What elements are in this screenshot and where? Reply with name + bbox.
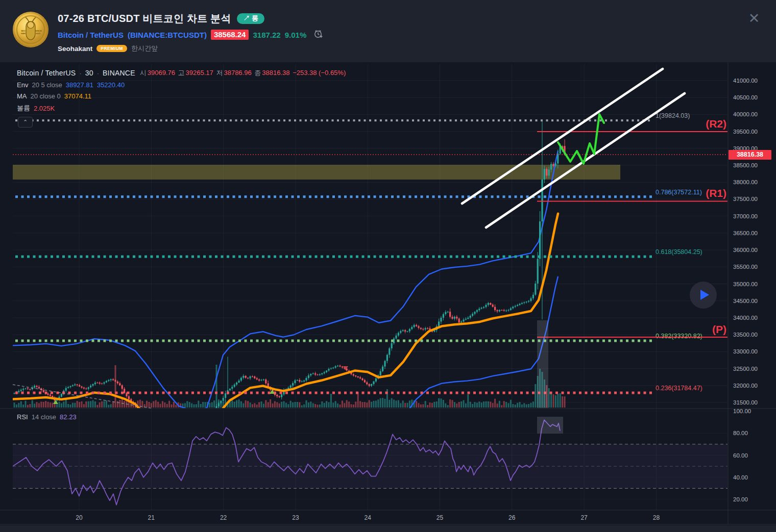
- play-button[interactable]: [690, 282, 717, 309]
- tradingview-idea-page: SEO HAK SINCE 2021 07-26 BTC/USDT 비트코인 차…: [0, 0, 776, 532]
- price-axis-label: 35500.00: [733, 264, 758, 270]
- change-percent: 9.01%: [285, 31, 307, 39]
- legend-separator: ·: [97, 69, 99, 77]
- price-axis-label: 36500.00: [733, 230, 758, 236]
- rsi-value: 82.23: [60, 413, 77, 421]
- time-axis[interactable]: 202122232425262728: [76, 514, 660, 521]
- exchange-symbol-link[interactable]: (BINANCE:BTCUSDT): [128, 31, 207, 39]
- price-axis-label: 35000.00: [733, 281, 758, 287]
- price-axis-label: 37500.00: [733, 196, 758, 202]
- price-axis-label: 40500.00: [733, 94, 758, 100]
- long-direction-badge: ↗ 롱: [237, 13, 264, 24]
- rsi-indicator-params: 14 close: [32, 413, 56, 421]
- current-price-axis-badge: 38816.38: [729, 150, 771, 160]
- fib-level-label: 0.618(35804.25): [656, 248, 702, 256]
- main-legend: Bitcoin / TetherUS · 30 · BINANCE 시39069…: [17, 68, 346, 116]
- volume-bars: [14, 365, 566, 408]
- volume-spike-highlight-box[interactable]: [537, 320, 548, 408]
- author-name[interactable]: Seohakant: [58, 45, 92, 53]
- premium-badge: PREMIUM: [96, 45, 127, 52]
- rsi-axis-label: 20.00: [733, 496, 748, 502]
- buy-marker-icon: [53, 400, 58, 404]
- legend-volume-row[interactable]: 볼륨 2.025K: [17, 104, 346, 113]
- fib-level-label: 1(39824.03): [656, 112, 690, 119]
- legend-env-row[interactable]: Env 20 5 close 38927.81 35220.40: [17, 81, 346, 89]
- pivot-label: (R1): [706, 187, 726, 199]
- rsi-axis-label: 100.00: [733, 408, 751, 414]
- page-title: 07-26 BTC/USDT 비트코인 차트 분석: [58, 12, 231, 26]
- volume-value: 2.025K: [34, 105, 55, 112]
- change-absolute: 3187.22: [253, 31, 280, 39]
- ma-indicator-line: [13, 214, 558, 462]
- projection-zigzag-arrow[interactable]: [558, 114, 604, 164]
- price-axis-label: 36000.00: [733, 247, 758, 253]
- pivot-label: (P): [712, 323, 726, 335]
- rsi-legend: RSI 14 close 82.23: [17, 413, 77, 424]
- ma-value: 37074.11: [64, 92, 91, 100]
- ma-indicator-params: 20 close 0: [31, 92, 61, 100]
- time-axis-label: 20: [76, 514, 83, 521]
- price-axis-label: 31500.00: [733, 399, 758, 406]
- price-axis-label: 39500.00: [733, 129, 758, 135]
- price-axis-label: 32500.00: [733, 366, 758, 372]
- svg-text:HAK: HAK: [21, 32, 26, 35]
- time-axis-label: 25: [436, 514, 444, 521]
- fib-level-label: 0.236(31784.47): [656, 385, 702, 392]
- ma-indicator-name: MA: [17, 92, 27, 100]
- time-axis-label: 28: [653, 514, 660, 521]
- pivot-label: (R2): [706, 118, 726, 130]
- rsi-axis-label: 40.00: [733, 474, 748, 480]
- price-axis-label: 34500.00: [733, 298, 758, 304]
- time-axis-label: 22: [220, 514, 227, 521]
- svg-text:2021: 2021: [36, 32, 41, 35]
- price-axis-label: 34000.00: [733, 315, 758, 321]
- price-axis-label: 33000.00: [733, 348, 758, 354]
- price-axis-label: 40000.00: [733, 111, 758, 117]
- header: SEO HAK SINCE 2021 07-26 BTC/USDT 비트코인 차…: [0, 0, 776, 62]
- legend-interval: 30: [85, 69, 93, 77]
- fib-level-label: 0.786(37572.11): [656, 189, 702, 196]
- price-axis[interactable]: 41000.0040500.0040000.0039500.0039000.00…: [733, 78, 758, 502]
- env-upper-value: 38927.81: [66, 81, 93, 89]
- price-axis-label: 37000.00: [733, 213, 758, 219]
- legend-exchange: BINANCE: [103, 69, 135, 77]
- price-axis-label: 32000.00: [733, 383, 758, 389]
- volume-indicator-name: 볼륨: [17, 104, 30, 113]
- rsi-axis-label: 60.00: [733, 452, 748, 459]
- price-axis-label: 38000.00: [733, 179, 758, 185]
- env-lower-value: 35220.40: [97, 81, 125, 89]
- alarm-clock-add-icon[interactable]: [313, 29, 323, 41]
- profile-avatar-coin[interactable]: SEO HAK SINCE 2021: [12, 11, 49, 48]
- legend-ma-row[interactable]: MA 20 close 0 37074.11: [17, 92, 346, 100]
- time-axis-label: 26: [508, 514, 516, 521]
- symbol-link[interactable]: Bitcoin / TetherUS: [58, 31, 124, 39]
- collapse-indicators-button[interactable]: ⌃: [18, 117, 33, 128]
- legend-symbol-row[interactable]: Bitcoin / TetherUS · 30 · BINANCE 시39069…: [17, 68, 346, 78]
- time-axis-label: 21: [148, 514, 155, 521]
- rsi-axis-label: 80.00: [733, 430, 748, 436]
- price-axis-label: 33500.00: [733, 332, 758, 338]
- legend-change: −253.38 (−0.65%): [293, 69, 346, 77]
- time-axis-label: 27: [580, 514, 588, 521]
- supply-zone-box[interactable]: [13, 165, 620, 180]
- rsi-highlight-box[interactable]: [537, 417, 563, 434]
- legend-symbol: Bitcoin / TetherUS: [17, 69, 76, 77]
- price-axis-label: 38500.00: [733, 162, 758, 168]
- close-icon[interactable]: ✕: [746, 11, 762, 27]
- legend-rsi-row[interactable]: RSI 14 close 82.23: [17, 413, 77, 421]
- play-icon: [700, 290, 709, 300]
- legend-separator: ·: [79, 69, 81, 77]
- legend-ohlc: 시39069.76 고39265.17 저38786.96 종38816.38 …: [139, 68, 346, 78]
- time-axis-label: 23: [292, 514, 299, 521]
- fib-level-label: 0.382(33320.82): [656, 333, 702, 340]
- env-indicator-name: Env: [17, 81, 28, 89]
- price-axis-label: 41000.00: [733, 78, 758, 84]
- env-indicator-params: 20 5 close: [32, 81, 62, 89]
- entry-price-badge: 38568.24: [211, 30, 249, 40]
- time-axis-label: 24: [365, 514, 372, 521]
- published-time: 한시간앞: [131, 44, 158, 53]
- rsi-indicator-name: RSI: [17, 413, 28, 421]
